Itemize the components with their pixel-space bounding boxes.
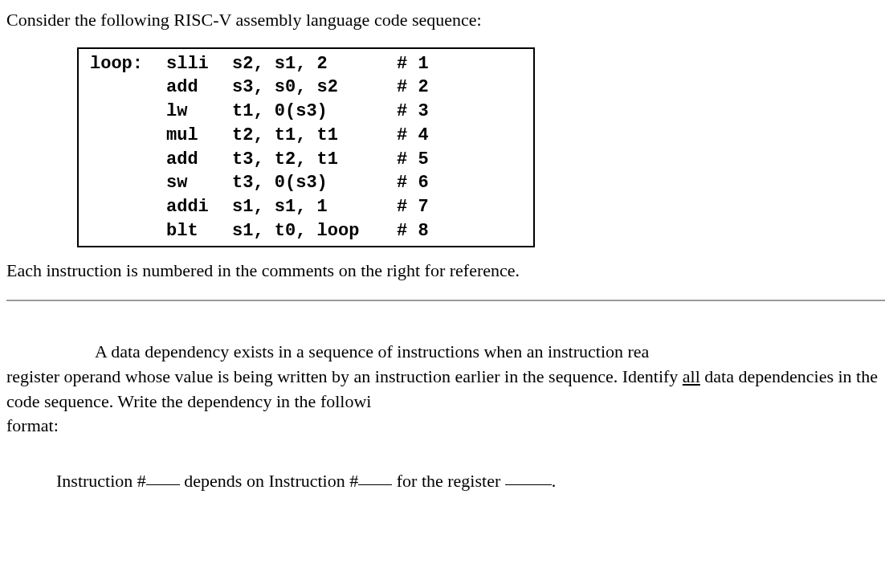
format-t3: for the register xyxy=(392,471,505,491)
format-t4: . xyxy=(552,471,557,491)
code-args: t3, 0(s3) xyxy=(232,171,397,195)
code-row: swt3, 0(s3)# 6 xyxy=(90,171,522,195)
blank-3 xyxy=(505,484,552,485)
blank-1 xyxy=(146,484,180,485)
code-op: addi xyxy=(166,195,232,219)
after-code-text: Each instruction is numbered in the comm… xyxy=(6,259,885,284)
code-label xyxy=(90,124,166,148)
answer-format: Instruction # depends on Instruction # f… xyxy=(56,469,885,494)
code-comment: # 7 xyxy=(397,195,429,219)
code-label xyxy=(90,219,166,243)
code-args: t1, 0(s3) xyxy=(232,100,397,124)
code-label: loop: xyxy=(90,52,166,76)
code-args: s3, s0, s2 xyxy=(232,76,397,100)
code-op: slli xyxy=(166,52,232,76)
code-row: mult2, t1, t1# 4 xyxy=(90,124,522,148)
code-comment: # 3 xyxy=(397,100,429,124)
code-row: addis1, s1, 1# 7 xyxy=(90,195,522,219)
code-row: adds3, s0, s2# 2 xyxy=(90,76,522,100)
code-comment: # 4 xyxy=(397,124,429,148)
intro-text: Consider the following RISC-V assembly l… xyxy=(6,8,885,33)
code-op: blt xyxy=(166,219,232,243)
para-line4: format: xyxy=(6,414,885,439)
code-label xyxy=(90,100,166,124)
code-op: mul xyxy=(166,124,232,148)
code-label xyxy=(90,148,166,172)
divider xyxy=(6,300,885,301)
blank-2 xyxy=(358,484,392,485)
code-row: loop:sllis2, s1, 2# 1 xyxy=(90,52,522,76)
code-args: t2, t1, t1 xyxy=(232,124,397,148)
code-row: addt3, t2, t1# 5 xyxy=(90,148,522,172)
format-t2: depends on Instruction # xyxy=(180,471,358,491)
code-label xyxy=(90,76,166,100)
code-op: add xyxy=(166,148,232,172)
code-args: s2, s1, 2 xyxy=(232,52,397,76)
code-row: blts1, t0, loop# 8 xyxy=(90,219,522,243)
code-comment: # 2 xyxy=(397,76,429,100)
code-comment: # 5 xyxy=(397,148,429,172)
code-op: lw xyxy=(166,100,232,124)
code-args: s1, s1, 1 xyxy=(232,195,397,219)
code-label xyxy=(90,195,166,219)
code-label xyxy=(90,171,166,195)
code-comment: # 6 xyxy=(397,171,429,195)
dependency-paragraph: A data dependency exists in a sequence o… xyxy=(6,340,885,439)
code-comment: # 8 xyxy=(397,219,429,243)
code-op: add xyxy=(166,76,232,100)
para-line2: register operand whose value is being wr… xyxy=(6,366,683,386)
para-all: all xyxy=(683,366,700,386)
code-args: t3, t2, t1 xyxy=(232,148,397,172)
code-block: loop:sllis2, s1, 2# 1adds3, s0, s2# 2lwt… xyxy=(77,47,535,248)
code-args: s1, t0, loop xyxy=(232,219,397,243)
code-row: lwt1, 0(s3)# 3 xyxy=(90,100,522,124)
code-comment: # 1 xyxy=(397,52,429,76)
format-t1: Instruction # xyxy=(56,471,146,491)
code-op: sw xyxy=(166,171,232,195)
para-line1: A data dependency exists in a sequence o… xyxy=(95,341,649,361)
